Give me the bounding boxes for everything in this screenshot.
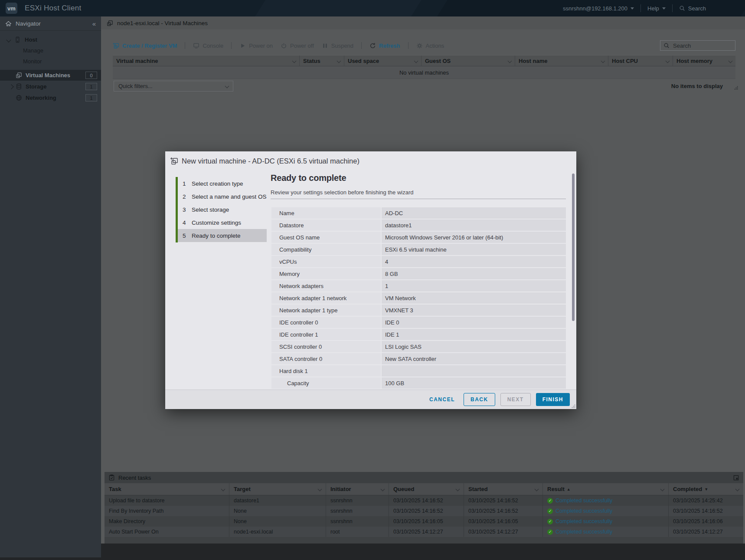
power-on-button[interactable]: Power on bbox=[239, 43, 273, 49]
vm-table-column-header[interactable]: Virtual machine bbox=[113, 56, 299, 66]
tasks-column-header[interactable]: Completed ▼ bbox=[668, 483, 743, 495]
column-label: Started bbox=[468, 486, 488, 492]
vm-table-column-header[interactable]: Used space bbox=[344, 56, 421, 66]
create-register-vm-button[interactable]: Create / Register VM bbox=[113, 43, 177, 49]
resize-grip[interactable] bbox=[734, 86, 738, 90]
sidebar-item-storage[interactable]: Storage 1 bbox=[0, 81, 101, 92]
task-cell-completed: 03/10/2025 14:12:27 bbox=[668, 527, 743, 537]
task-cell-task: Upload file to datastore bbox=[105, 495, 229, 506]
wizard-step[interactable]: 4 Customize settings bbox=[178, 216, 267, 229]
setting-label: IDE controller 0 bbox=[271, 317, 381, 328]
chevron-down-icon bbox=[662, 7, 666, 10]
chevron-right-icon bbox=[9, 84, 13, 89]
dialog-scrollbar-thumb[interactable] bbox=[572, 174, 575, 321]
sidebar-item-label: Storage bbox=[26, 83, 46, 90]
quick-filters-label: Quick filters... bbox=[118, 83, 153, 89]
suspend-button[interactable]: Suspend bbox=[322, 43, 353, 49]
wizard-step[interactable]: 1 Select creation type bbox=[178, 177, 267, 190]
sidebar-item-networking[interactable]: Networking 1 bbox=[0, 92, 101, 103]
finish-button[interactable]: FINISH bbox=[536, 393, 570, 406]
divider bbox=[185, 42, 185, 49]
task-row[interactable]: Make Directory None ssnrshnn 03/10/2025 … bbox=[105, 516, 743, 527]
setting-label: Guest OS name bbox=[271, 232, 381, 243]
settings-row: Capacity 100 GB bbox=[271, 377, 566, 390]
vm-table-header: Virtual machine Status Used space Guest … bbox=[113, 55, 735, 66]
settings-row: Network adapters 1 bbox=[271, 280, 566, 292]
tasks-table-body: Upload file to datastore datastore1 ssnr… bbox=[105, 495, 743, 537]
success-check-icon: ✓ bbox=[547, 519, 553, 524]
sidebar-item-monitor[interactable]: Monitor bbox=[0, 56, 101, 67]
empty-table-message: No virtual machines bbox=[399, 69, 449, 76]
wizard-step[interactable]: 2 Select a name and guest OS bbox=[178, 190, 267, 203]
actions-button[interactable]: Actions bbox=[416, 43, 444, 49]
column-label: Queued bbox=[393, 486, 414, 492]
vmware-logo: vm bbox=[6, 3, 17, 14]
global-search[interactable]: Search bbox=[679, 5, 706, 12]
next-button[interactable]: NEXT bbox=[500, 393, 531, 406]
step-number: 1 bbox=[183, 180, 187, 187]
vm-icon bbox=[107, 20, 113, 26]
back-button[interactable]: BACK bbox=[464, 393, 495, 406]
setting-label: Network adapters bbox=[271, 280, 381, 291]
sidebar-item-manage[interactable]: Manage bbox=[0, 45, 101, 56]
vm-table-column-header[interactable]: Host name bbox=[515, 56, 608, 66]
dialog-resize-grip[interactable] bbox=[572, 404, 575, 408]
tasks-column-header[interactable]: Started bbox=[464, 483, 542, 495]
tasks-column-header[interactable]: Queued bbox=[389, 483, 464, 495]
sort-indicator: ▲ bbox=[567, 487, 571, 491]
console-button[interactable]: Console bbox=[193, 43, 223, 49]
vm-table-column-header[interactable]: Host memory bbox=[673, 56, 735, 66]
console-icon bbox=[193, 43, 199, 49]
cancel-button[interactable]: CANCEL bbox=[426, 393, 458, 406]
divider bbox=[672, 4, 673, 12]
tasks-column-header[interactable]: Initiator bbox=[326, 483, 389, 495]
refresh-button[interactable]: Refresh bbox=[369, 43, 400, 49]
column-label: Initiator bbox=[330, 486, 351, 492]
vm-table-column-header[interactable]: Guest OS bbox=[421, 56, 515, 66]
task-result-link[interactable]: Completed successfully bbox=[555, 529, 612, 535]
task-row[interactable]: Auto Start Power On node1-esxi.local roo… bbox=[105, 527, 743, 537]
tasks-icon bbox=[109, 475, 114, 481]
success-check-icon: ✓ bbox=[547, 529, 553, 535]
sidebar-item-host[interactable]: Host bbox=[0, 34, 101, 45]
navigator-header: Navigator « bbox=[0, 16, 101, 31]
vm-icon bbox=[16, 72, 22, 79]
task-row[interactable]: Upload file to datastore datastore1 ssnr… bbox=[105, 495, 743, 506]
task-result-link[interactable]: Completed successfully bbox=[555, 498, 612, 504]
task-cell-completed: 03/10/2025 14:16:06 bbox=[668, 516, 743, 527]
setting-value: LSI Logic SAS bbox=[382, 341, 566, 352]
quick-filters-dropdown[interactable]: Quick filters... bbox=[114, 81, 233, 92]
task-row[interactable]: Find By Inventory Path None ssnrshnn 03/… bbox=[105, 506, 743, 516]
vm-settings-summary-table: Name AD-DC Datastore datastore1 Guest OS… bbox=[271, 207, 566, 390]
count-badge: 0 bbox=[85, 72, 97, 79]
tasks-column-header[interactable]: Task bbox=[105, 483, 229, 495]
power-off-button[interactable]: Power off bbox=[281, 43, 314, 49]
vm-table-column-header[interactable]: Host CPU bbox=[608, 56, 673, 66]
wizard-step[interactable]: 5 Ready to complete bbox=[178, 229, 267, 242]
wizard-step[interactable]: 3 Select storage bbox=[178, 203, 267, 216]
task-result-link[interactable]: Completed successfully bbox=[555, 508, 612, 514]
user-menu[interactable]: ssnrshnn@192.168.1.200 bbox=[563, 5, 634, 12]
tasks-column-header[interactable]: Target bbox=[229, 483, 326, 495]
sidebar-item-virtual-machines[interactable]: Virtual Machines 0 bbox=[0, 70, 101, 81]
task-cell-result: ✓ Completed successfully bbox=[542, 506, 668, 516]
vm-table-column-header[interactable]: Status bbox=[299, 56, 344, 66]
vm-search-box[interactable] bbox=[660, 40, 735, 51]
tasks-column-header[interactable]: Result ▲ bbox=[542, 483, 668, 495]
setting-value: 8 GB bbox=[382, 268, 566, 279]
console-label: Console bbox=[203, 43, 223, 49]
setting-value: 100 GB bbox=[382, 377, 566, 389]
collapse-sidebar-icon[interactable]: « bbox=[92, 20, 96, 27]
task-cell-queued: 03/10/2025 14:12:27 bbox=[389, 527, 464, 537]
task-result-link[interactable]: Completed successfully bbox=[555, 518, 612, 524]
step-label: Select storage bbox=[192, 206, 229, 213]
help-menu[interactable]: Help bbox=[647, 5, 666, 12]
user-menu-label: ssnrshnn@192.168.1.200 bbox=[563, 5, 627, 12]
esxi-host-client-screen: vm ESXi Host Client ssnrshnn@192.168.1.2… bbox=[0, 0, 745, 560]
vm-search-input[interactable] bbox=[672, 42, 732, 49]
step-number: 2 bbox=[183, 193, 187, 200]
global-search-label: Search bbox=[688, 5, 706, 12]
task-cell-task: Make Directory bbox=[105, 516, 229, 527]
expand-panel-icon[interactable] bbox=[733, 475, 739, 481]
tasks-table-header: Task Target Initiator bbox=[105, 483, 743, 495]
